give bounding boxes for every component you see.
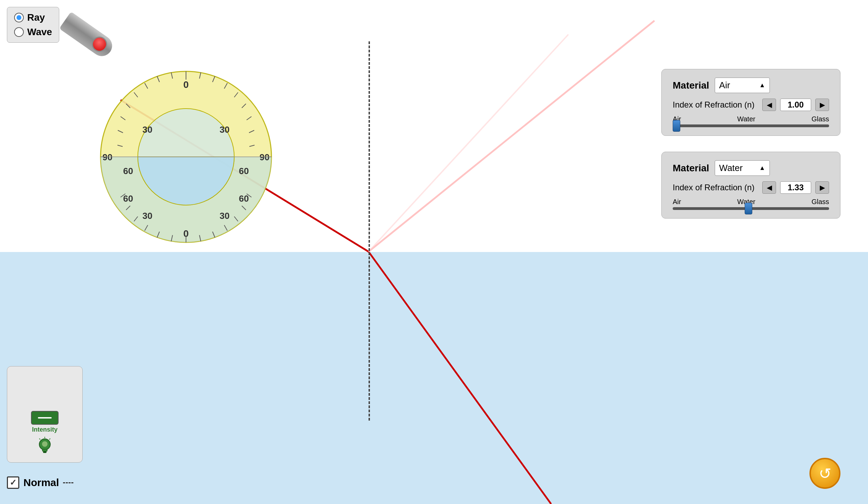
slider-container-bottom: Air Water Glass (673, 198, 829, 210)
ray-label: Ray (27, 12, 45, 23)
material-panel-top: Material Air ▲ Index of Refraction (n) ◀… (661, 69, 840, 136)
ray-radio[interactable] (14, 13, 24, 22)
wave-label: Wave (27, 27, 52, 38)
laser-lens (89, 34, 110, 55)
slider-thumb-top[interactable] (673, 120, 680, 132)
normal-label: Normal (23, 477, 59, 488)
checkbox-input[interactable]: ✓ (7, 476, 19, 489)
info-box: Intensity (7, 366, 83, 463)
intensity-label: Intensity (32, 426, 58, 433)
refraction-label-bottom: Index of Refraction (n) (673, 183, 758, 192)
normal-checkbox[interactable]: ✓ Normal (7, 476, 73, 489)
wave-mode-option[interactable]: Wave (14, 27, 52, 38)
svg-text:60: 60 (239, 193, 249, 204)
refraction-increase-top[interactable]: ▶ (815, 99, 829, 111)
refraction-value-top: 1.00 (780, 99, 811, 111)
intensity-icon-bar (38, 417, 52, 419)
material-title-bottom: Material (673, 163, 709, 174)
normal-dashed-indicator (63, 482, 73, 483)
slider-labels-top: Air Water Glass (673, 115, 829, 123)
svg-text:30: 30 (143, 211, 153, 221)
refraction-increase-bottom[interactable]: ▶ (815, 181, 829, 194)
material-selected-top: Air (719, 80, 755, 91)
svg-text:30: 30 (143, 124, 153, 135)
refraction-decrease-bottom[interactable]: ◀ (762, 181, 776, 194)
material-dropdown-top[interactable]: Air ▲ (715, 78, 770, 93)
svg-line-57 (39, 439, 40, 440)
slider-label-air-bottom: Air (673, 198, 681, 206)
slider-track-bottom[interactable] (673, 207, 829, 210)
mode-selector: Ray Wave (7, 7, 59, 43)
material-panel-bottom: Material Water ▲ Index of Refraction (n)… (661, 152, 840, 219)
svg-text:60: 60 (239, 166, 249, 176)
wave-radio[interactable] (14, 27, 24, 37)
svg-text:60: 60 (123, 193, 133, 204)
bulb-icon (35, 437, 54, 455)
reset-button[interactable]: ↺ (809, 458, 840, 489)
material-title-top: Material (673, 80, 709, 91)
material-header-bottom: Material Water ▲ (673, 160, 829, 176)
material-dropdown-bottom[interactable]: Water ▲ (715, 160, 770, 176)
svg-text:60: 60 (123, 166, 133, 176)
refraction-row-top: Index of Refraction (n) ◀ 1.00 ▶ (673, 99, 829, 111)
slider-thumb-bottom[interactable] (745, 203, 752, 214)
slider-label-glass-bottom: Glass (812, 198, 829, 206)
slider-container-top: Air Water Glass (673, 115, 829, 127)
background-bottom (0, 252, 868, 504)
svg-rect-54 (43, 451, 46, 453)
material-header-top: Material Air ▲ (673, 78, 829, 93)
svg-text:30: 30 (220, 124, 230, 135)
intensity-icon (31, 411, 59, 425)
dropdown-arrow-bottom: ▲ (759, 164, 765, 172)
refraction-decrease-top[interactable]: ◀ (762, 99, 776, 111)
refraction-label-top: Index of Refraction (n) (673, 100, 758, 110)
intensity-button[interactable]: Intensity (31, 411, 59, 433)
svg-rect-53 (42, 449, 47, 451)
reset-icon: ↺ (819, 465, 831, 482)
refraction-value-bottom: 1.33 (780, 181, 811, 194)
protractor[interactable]: 0 30 30 60 60 90 90 60 60 30 30 0 (96, 67, 276, 246)
svg-text:0: 0 (183, 79, 189, 90)
svg-point-58 (42, 441, 48, 447)
ray-mode-option[interactable]: Ray (14, 12, 52, 23)
slider-label-water-top: Water (737, 115, 755, 123)
material-selected-bottom: Water (719, 163, 755, 173)
slider-label-glass-top: Glass (812, 115, 829, 123)
dropdown-arrow-top: ▲ (759, 82, 765, 89)
normal-line (369, 41, 370, 421)
checkbox-check-mark: ✓ (10, 478, 17, 487)
svg-text:30: 30 (220, 211, 230, 221)
refraction-row-bottom: Index of Refraction (n) ◀ 1.33 ▶ (673, 181, 829, 194)
slider-track-top[interactable] (673, 124, 829, 127)
svg-line-56 (49, 439, 50, 440)
